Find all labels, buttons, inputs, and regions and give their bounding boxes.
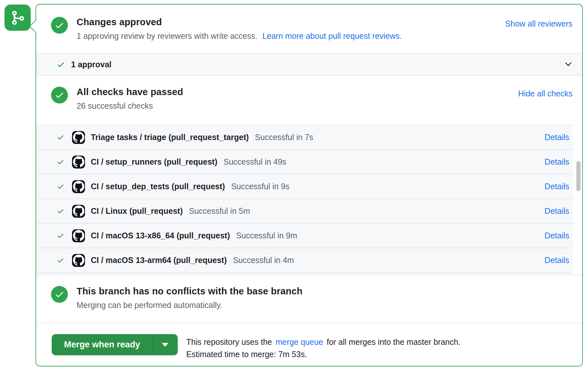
check-row: CI / setup_dep_tests (pull_request) Succ… [36, 174, 573, 199]
check-name: CI / Linux (pull_request) [91, 206, 183, 216]
approval-summary-row[interactable]: 1 approval [36, 53, 582, 76]
check-name: CI / setup_dep_tests (pull_request) [91, 182, 225, 191]
check-success-icon [57, 183, 64, 190]
check-details-link[interactable]: Details [545, 182, 569, 191]
check-details-link[interactable]: Details [545, 133, 569, 142]
checks-status-text: All checks have passed 26 successful che… [77, 86, 183, 111]
merge-estimate: Estimated time to merge: 7m 53s. [186, 348, 461, 360]
review-status-description: 1 approving review by reviewers with wri… [77, 31, 402, 41]
conflict-status-subtitle: Merging can be performed automatically. [77, 300, 302, 310]
github-actions-icon [72, 156, 85, 169]
check-status: Successful in 4m [233, 256, 294, 265]
check-status: Successful in 9m [236, 231, 297, 240]
merge-button-label[interactable]: Merge when ready [52, 334, 153, 355]
merge-queue-icon [5, 5, 31, 31]
check-status: Successful in 9s [231, 182, 289, 191]
check-row-partial [36, 272, 573, 275]
review-status-text: Changes approved 1 approving review by r… [77, 16, 402, 41]
learn-more-link[interactable]: Learn more about pull request reviews. [262, 31, 402, 40]
check-success-icon [57, 207, 64, 215]
github-actions-icon [72, 131, 85, 144]
check-status: Successful in 49s [224, 157, 287, 167]
review-status-title: Changes approved [77, 16, 402, 28]
merge-queue-info: This repository uses the merge queue for… [186, 336, 461, 360]
checks-rows: Triage tasks / triage (pull_request_targ… [36, 125, 582, 272]
check-success-icon [57, 134, 64, 141]
checks-status-section: All checks have passed 26 successful che… [36, 76, 582, 125]
check-name: Triage tasks / triage (pull_request_targ… [91, 133, 249, 142]
check-name: CI / macOS 13-arm64 (pull_request) [91, 256, 227, 265]
check-details-link[interactable]: Details [545, 157, 569, 167]
check-details-link[interactable]: Details [545, 231, 569, 240]
merge-queue-line: This repository uses the merge queue for… [186, 336, 461, 348]
checks-status-subtitle: 26 successful checks [77, 101, 183, 111]
approval-check-icon [57, 60, 65, 69]
merge-queue-link[interactable]: merge queue [276, 337, 323, 346]
git-merge-queue-glyph [10, 10, 26, 26]
merge-when-ready-button[interactable]: Merge when ready [52, 334, 178, 355]
review-description-text: 1 approving review by reviewers with wri… [77, 31, 257, 40]
check-row: CI / macOS 13-arm64 (pull_request) Succe… [36, 248, 573, 272]
check-status: Successful in 5m [189, 206, 250, 216]
scrollbar-thumb[interactable] [576, 161, 581, 191]
check-name: CI / setup_runners (pull_request) [91, 157, 217, 167]
check-row: CI / macOS 13-x86_64 (pull_request) Succ… [36, 223, 573, 248]
check-row: CI / setup_runners (pull_request) Succes… [36, 149, 573, 174]
checks-passed-icon [51, 87, 68, 104]
merge-box: Changes approved 1 approving review by r… [36, 4, 583, 367]
github-actions-icon [72, 229, 85, 242]
info-prefix: This repository uses the [186, 337, 272, 346]
chevron-down-icon[interactable] [563, 60, 573, 69]
github-actions-icon [72, 180, 85, 193]
check-success-icon [57, 257, 64, 264]
conflict-status-text: This branch has no conflicts with the ba… [77, 285, 302, 310]
dropdown-caret-icon [162, 343, 168, 347]
merge-options-dropdown[interactable] [153, 334, 178, 355]
info-suffix: for all merges into the master branch. [327, 337, 460, 346]
checks-list: Triage tasks / triage (pull_request_targ… [36, 125, 582, 275]
check-details-link[interactable]: Details [545, 256, 569, 265]
hide-all-checks-link[interactable]: Hide all checks [518, 88, 572, 99]
check-success-icon [57, 158, 64, 166]
checks-status-title: All checks have passed [77, 86, 183, 98]
show-all-reviewers-link[interactable]: Show all reviewers [505, 18, 572, 29]
check-success-icon [57, 232, 64, 239]
no-conflicts-icon [51, 286, 68, 303]
check-name: CI / macOS 13-x86_64 (pull_request) [91, 231, 230, 240]
conflict-status-title: This branch has no conflicts with the ba… [77, 285, 302, 297]
review-status-section: Changes approved 1 approving review by r… [36, 5, 582, 53]
check-row: Triage tasks / triage (pull_request_targ… [36, 125, 573, 149]
approved-check-icon [51, 17, 68, 34]
check-status: Successful in 7s [255, 133, 313, 142]
approval-count-label: 1 approval [71, 60, 111, 69]
check-details-link[interactable]: Details [545, 206, 569, 216]
github-actions-icon [72, 254, 85, 267]
github-actions-icon [72, 205, 85, 218]
merge-footer: Merge when ready This repository uses th… [36, 323, 582, 360]
check-row: CI / Linux (pull_request) Successful in … [36, 199, 573, 223]
conflict-status-section: This branch has no conflicts with the ba… [36, 275, 582, 323]
